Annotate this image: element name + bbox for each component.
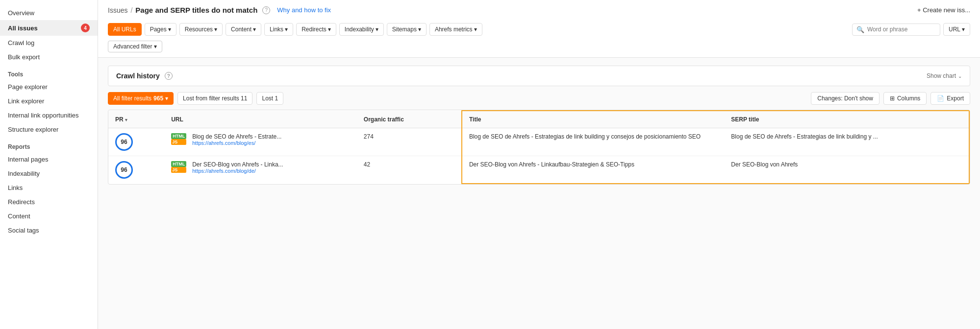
filter-pages[interactable]: Pages (145, 23, 176, 36)
lost-count: 1 (275, 95, 278, 102)
cell-pr-1: 96 (108, 128, 164, 156)
sidebar-item-link-explorer[interactable]: Link explorer (0, 94, 98, 108)
sidebar-item-internal-link-opportunities[interactable]: Internal link opportunities (0, 108, 98, 122)
export-button[interactable]: 📄 Export (930, 92, 970, 105)
export-icon: 📄 (937, 95, 944, 102)
js-badge-1: JS (171, 139, 186, 145)
sidebar-item-content[interactable]: Content (0, 209, 98, 223)
col-header-url: URL (164, 111, 357, 128)
col-header-pr[interactable]: PR ▾ (108, 111, 164, 128)
advanced-filter-button[interactable]: Advanced filter (108, 41, 162, 52)
url-title-2: Der SEO-Blog von Ahrefs - Linka... (192, 161, 283, 168)
tools-section-label: Tools (0, 66, 98, 80)
crawl-history-section: Crawl history ? Show chart ⌄ (108, 66, 970, 86)
sidebar: Overview All issues 4 Crawl log Bulk exp… (0, 0, 98, 329)
main-content: Issues / Page and SERP titles do not mat… (98, 0, 980, 329)
all-issues-badge: 4 (81, 24, 90, 32)
advanced-filter-row: Advanced filter (108, 38, 970, 57)
lost-from-filter-count: 11 (241, 95, 247, 102)
lost-button[interactable]: Lost 1 (256, 92, 283, 105)
page-header: Issues / Page and SERP titles do not mat… (98, 0, 980, 58)
chevron-down-icon (253, 26, 256, 33)
action-buttons: Changes: Don't show ⊞ Columns 📄 Export (811, 92, 970, 105)
filter-resources[interactable]: Resources (179, 23, 223, 36)
reports-section-label: Reports (0, 139, 98, 152)
badge-stack-2: HTML JS (171, 161, 186, 173)
data-table: PR ▾ URL Organic traffic Title (108, 110, 970, 184)
breadcrumb: Issues / Page and SERP titles do not mat… (108, 6, 331, 14)
help-icon[interactable]: ? (262, 6, 270, 14)
table-row: 96 HTML JS Der SEO-Blog von Ahrefs - Lin… (108, 156, 969, 184)
html-badge-2: HTML (171, 161, 186, 167)
cell-traffic-2: 42 (357, 156, 462, 184)
cell-serp-1: Blog de SEO de Ahrefs - Estrategias de l… (724, 128, 969, 156)
breadcrumb-current: Page and SERP titles do not match (135, 6, 257, 14)
filter-bar: All URLs Pages Resources Content Links R… (108, 19, 970, 38)
sidebar-item-crawl-log[interactable]: Crawl log (0, 36, 98, 50)
sort-icon: ▾ (125, 118, 127, 122)
filter-links[interactable]: Links (264, 23, 293, 36)
search-input[interactable] (867, 26, 936, 33)
chevron-down-icon (962, 26, 965, 33)
chevron-down-icon (285, 26, 288, 33)
search-container: 🔍 (852, 24, 940, 36)
filter-indexability[interactable]: Indexability (339, 23, 384, 36)
filter-content[interactable]: Content (226, 23, 261, 36)
sidebar-item-structure-explorer[interactable]: Structure explorer (0, 122, 98, 137)
cell-pr-2: 96 (108, 156, 164, 184)
chevron-down-icon (328, 26, 331, 33)
url-link-2[interactable]: https://ahrefs.com/blog/de/ (192, 168, 283, 174)
show-chart-button[interactable]: Show chart ⌄ (927, 72, 962, 79)
search-icon: 🔍 (856, 26, 864, 33)
cell-title-1: Blog de SEO de Ahrefs - Estrategias de l… (462, 128, 724, 156)
chevron-down-icon (168, 26, 171, 33)
url-dropdown[interactable]: URL (943, 23, 970, 36)
cell-title-2: Der SEO-Blog von Ahrefs - Linkaufbau-Str… (462, 156, 724, 184)
col-header-title: Title (462, 111, 724, 128)
breadcrumb-issues: Issues (108, 6, 127, 14)
filter-sitemaps[interactable]: Sitemaps (387, 23, 427, 36)
lost-from-filter-button[interactable]: Lost from filter results 11 (177, 92, 252, 105)
filter-ahrefs-metrics[interactable]: Ahrefs metrics (429, 23, 482, 36)
html-badge-1: HTML (171, 133, 186, 139)
col-header-organic-traffic: Organic traffic (357, 111, 462, 128)
cell-traffic-1: 274 (357, 128, 462, 156)
chevron-down-icon (165, 95, 168, 102)
crawl-history-help-icon[interactable]: ? (165, 72, 173, 80)
all-filter-count: 965 (153, 95, 163, 102)
chevron-down-icon: ⌄ (958, 73, 962, 79)
columns-button[interactable]: ⊞ Columns (883, 92, 927, 105)
url-link-1[interactable]: https://ahrefs.com/blog/es/ (192, 140, 281, 146)
sidebar-item-social-tags[interactable]: Social tags (0, 223, 98, 237)
js-badge-2: JS (171, 167, 186, 173)
sidebar-item-overview[interactable]: Overview (0, 6, 98, 20)
columns-icon: ⊞ (890, 95, 895, 102)
chevron-down-icon (418, 26, 421, 33)
table-row: 96 HTML JS Blog de SEO de Ahrefs - Estra… (108, 128, 969, 156)
crawl-history-title: Crawl history ? (116, 72, 173, 80)
content-area: Crawl history ? Show chart ⌄ All filter … (98, 58, 980, 329)
sidebar-item-bulk-export[interactable]: Bulk export (0, 50, 98, 64)
chevron-down-icon (474, 26, 477, 33)
sidebar-item-all-issues[interactable]: All issues 4 (0, 20, 98, 36)
sidebar-item-internal-pages[interactable]: Internal pages (0, 152, 98, 166)
chevron-down-icon (154, 43, 157, 50)
filter-all-urls[interactable]: All URLs (108, 23, 142, 36)
all-filter-results-button[interactable]: All filter results 965 (108, 92, 174, 105)
cell-serp-2: Der SEO-Blog von Ahrefs (724, 156, 969, 184)
why-fix-link[interactable]: Why and how to fix (277, 6, 331, 14)
sidebar-item-indexability[interactable]: Indexability (0, 166, 98, 181)
data-table-wrap: PR ▾ URL Organic traffic Title (108, 110, 970, 185)
col-header-serp-title: SERP title (724, 111, 969, 128)
chevron-down-icon (376, 26, 378, 33)
cell-url-2: HTML JS Der SEO-Blog von Ahrefs - Linka.… (164, 156, 357, 184)
sidebar-item-links[interactable]: Links (0, 181, 98, 195)
sidebar-item-redirects[interactable]: Redirects (0, 195, 98, 209)
cell-url-1: HTML JS Blog de SEO de Ahrefs - Estrate.… (164, 128, 357, 156)
changes-button[interactable]: Changes: Don't show (811, 92, 879, 105)
create-new-button[interactable]: + Create new iss... (917, 6, 970, 14)
filter-redirects[interactable]: Redirects (296, 23, 336, 36)
sidebar-item-page-explorer[interactable]: Page explorer (0, 80, 98, 94)
chevron-down-icon (214, 26, 217, 33)
badge-stack-1: HTML JS (171, 133, 186, 145)
